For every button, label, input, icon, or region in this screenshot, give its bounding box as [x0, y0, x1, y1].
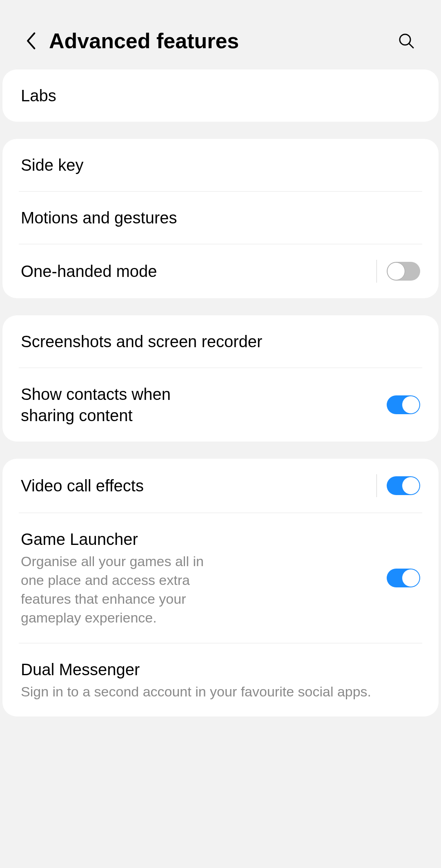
- setting-game-launcher[interactable]: Game Launcher Organise all your games al…: [2, 513, 439, 643]
- item-description: Sign in to a second account in your favo…: [21, 683, 420, 701]
- item-label: Video call effects: [21, 475, 370, 496]
- share-contacts-switch[interactable]: [387, 395, 420, 414]
- item-text: Motions and gestures: [21, 207, 420, 228]
- item-label: Dual Messenger: [21, 659, 420, 680]
- vertical-separator: [376, 474, 377, 497]
- header: Advanced features: [0, 0, 441, 69]
- switch-thumb: [402, 396, 420, 414]
- search-button[interactable]: [396, 31, 416, 51]
- item-text: Side key: [21, 154, 420, 176]
- item-label: Game Launcher: [21, 529, 204, 550]
- item-text: Game Launcher Organise all your games al…: [21, 529, 204, 627]
- game-launcher-switch[interactable]: [387, 569, 420, 587]
- setting-one-handed[interactable]: One-handed mode: [2, 244, 439, 298]
- settings-group: Side key Motions and gestures One-handed…: [2, 139, 439, 298]
- search-icon: [398, 33, 414, 49]
- settings-group: Screenshots and screen recorder Show con…: [2, 315, 439, 442]
- settings-group: Video call effects Game Launcher Organis…: [2, 459, 439, 716]
- page-title: Advanced features: [49, 29, 396, 53]
- chevron-left-icon: [25, 31, 36, 51]
- setting-screenshots[interactable]: Screenshots and screen recorder: [2, 315, 439, 368]
- item-text: One-handed mode: [21, 261, 370, 282]
- setting-dual-messenger[interactable]: Dual Messenger Sign in to a second accou…: [2, 643, 439, 717]
- item-text: Dual Messenger Sign in to a second accou…: [21, 659, 420, 701]
- setting-share-contacts[interactable]: Show contacts when sharing content: [2, 368, 439, 442]
- back-button[interactable]: [20, 31, 41, 51]
- setting-side-key[interactable]: Side key: [2, 139, 439, 191]
- setting-motions-gestures[interactable]: Motions and gestures: [2, 192, 439, 244]
- item-text: Show contacts when sharing content: [21, 384, 204, 426]
- vertical-separator: [376, 260, 377, 283]
- item-text: Labs: [21, 85, 420, 106]
- settings-group: Labs: [2, 69, 439, 122]
- setting-video-effects[interactable]: Video call effects: [2, 459, 439, 513]
- item-description: Organise all your games all in one place…: [21, 552, 204, 627]
- item-text: Screenshots and screen recorder: [21, 331, 420, 352]
- item-label: One-handed mode: [21, 261, 370, 282]
- switch-thumb: [402, 569, 420, 587]
- setting-labs[interactable]: Labs: [2, 69, 439, 122]
- one-handed-switch[interactable]: [387, 262, 420, 281]
- item-label: Show contacts when sharing content: [21, 384, 204, 426]
- video-effects-switch[interactable]: [387, 476, 420, 495]
- item-label: Screenshots and screen recorder: [21, 331, 420, 352]
- item-label: Labs: [21, 85, 420, 106]
- svg-line-1: [409, 44, 413, 48]
- switch-thumb: [387, 262, 405, 280]
- item-text: Video call effects: [21, 475, 370, 496]
- item-label: Side key: [21, 154, 420, 176]
- switch-thumb: [402, 477, 420, 495]
- item-label: Motions and gestures: [21, 207, 420, 228]
